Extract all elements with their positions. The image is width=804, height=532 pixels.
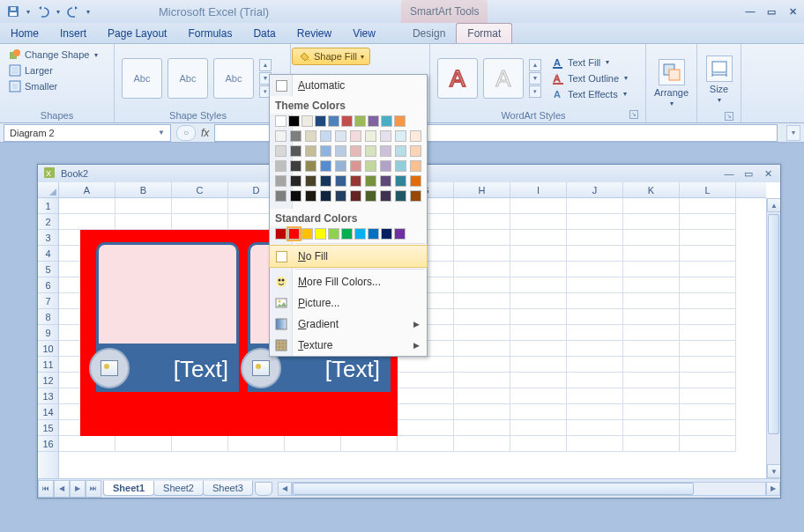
insert-sheet-button[interactable] — [255, 482, 272, 496]
row-header[interactable]: 4 — [38, 246, 58, 262]
no-fill-item[interactable]: No Fill — [270, 246, 427, 267]
color-swatch[interactable] — [335, 130, 346, 142]
undo-dropdown-icon[interactable]: ▾ — [55, 8, 62, 16]
sheet-tab-sheet1[interactable]: Sheet1 — [103, 481, 154, 496]
row-header[interactable]: 14 — [38, 404, 58, 420]
color-swatch[interactable] — [350, 190, 361, 202]
color-swatch[interactable] — [275, 115, 287, 127]
color-swatch[interactable] — [335, 145, 346, 157]
color-swatch[interactable] — [354, 115, 366, 127]
redo-dropdown-icon[interactable]: ▾ — [85, 8, 92, 16]
color-swatch[interactable] — [381, 228, 392, 240]
sheet-nav-last-icon[interactable]: ⏭ — [86, 480, 101, 498]
color-swatch[interactable] — [290, 190, 302, 202]
color-swatch[interactable] — [410, 160, 421, 172]
color-swatch[interactable] — [350, 145, 361, 157]
gallery-up-icon[interactable]: ▲ — [259, 59, 272, 71]
scroll-thumb[interactable] — [293, 483, 694, 495]
shape-fill-button[interactable]: Shape Fill ▾ — [292, 48, 370, 65]
column-header[interactable]: L — [680, 182, 736, 197]
save-icon[interactable] — [5, 4, 21, 19]
more-fill-colors-item[interactable]: More Fill Colors... — [270, 271, 427, 292]
picture-fill-item[interactable]: Picture... — [270, 292, 427, 314]
tab-design[interactable]: Design — [402, 24, 456, 43]
scroll-up-icon[interactable]: ▲ — [767, 198, 780, 212]
color-swatch[interactable] — [354, 228, 366, 240]
row-header[interactable]: 5 — [38, 262, 58, 277]
color-swatch[interactable] — [288, 115, 300, 127]
color-swatch[interactable] — [341, 228, 353, 240]
sheet-tab-sheet2[interactable]: Sheet2 — [153, 481, 204, 496]
color-swatch[interactable] — [290, 160, 302, 172]
tab-view[interactable]: View — [342, 24, 386, 43]
gradient-fill-item[interactable]: Gradient ▶ — [270, 314, 427, 335]
scroll-down-icon[interactable]: ▼ — [767, 464, 780, 478]
gallery-up-icon[interactable]: ▲ — [529, 59, 541, 71]
tab-page-layout[interactable]: Page Layout — [97, 24, 177, 43]
close-button[interactable]: ✕ — [785, 4, 800, 19]
larger-button[interactable]: Larger — [7, 63, 55, 78]
tab-format[interactable]: Format — [456, 23, 512, 43]
color-swatch[interactable] — [368, 115, 379, 127]
row-header[interactable]: 8 — [38, 309, 58, 325]
color-swatch[interactable] — [320, 175, 331, 187]
tab-data[interactable]: Data — [242, 24, 286, 43]
row-header[interactable]: 1 — [38, 198, 58, 214]
size-launcher-icon[interactable]: ↘ — [725, 112, 733, 121]
smartart-picture-placeholder[interactable] — [96, 242, 239, 346]
color-swatch[interactable] — [365, 160, 376, 172]
color-swatch[interactable] — [305, 160, 316, 172]
book-restore-button[interactable]: ▭ — [741, 167, 756, 180]
color-swatch[interactable] — [290, 175, 302, 187]
sheet-tab-sheet3[interactable]: Sheet3 — [203, 481, 253, 496]
text-effects-button[interactable]: AText Effects▾ — [550, 87, 629, 101]
fx-circle-icon[interactable]: ○ — [176, 125, 196, 141]
column-header[interactable]: B — [115, 182, 172, 197]
color-swatch[interactable] — [350, 175, 361, 187]
color-swatch[interactable] — [365, 130, 376, 142]
color-swatch[interactable] — [275, 160, 287, 172]
qat-dropdown-icon[interactable]: ▾ — [25, 8, 32, 16]
color-swatch[interactable] — [410, 175, 421, 187]
size-button[interactable]: Size ▾ — [704, 55, 733, 104]
shape-style-thumb[interactable]: Abc — [213, 58, 254, 99]
column-header[interactable]: J — [567, 182, 623, 197]
gallery-more-icon[interactable]: ▾ — [529, 85, 541, 98]
column-header[interactable]: I — [510, 182, 567, 197]
row-header[interactable]: 10 — [38, 341, 58, 357]
color-swatch[interactable] — [395, 130, 406, 142]
color-swatch[interactable] — [302, 228, 313, 240]
smartart-picture-icon[interactable] — [89, 348, 130, 388]
tab-insert[interactable]: Insert — [49, 24, 97, 43]
color-swatch[interactable] — [380, 175, 391, 187]
minimize-button[interactable]: — — [742, 4, 758, 19]
sheet-nav-first-icon[interactable]: ⏮ — [38, 480, 54, 498]
redo-icon[interactable] — [65, 4, 81, 19]
scroll-track[interactable] — [292, 482, 766, 496]
row-header[interactable]: 11 — [38, 357, 58, 373]
color-swatch[interactable] — [365, 190, 376, 202]
color-swatch[interactable] — [380, 130, 391, 142]
vertical-scrollbar[interactable]: ▲ ▼ — [766, 198, 780, 478]
name-box[interactable]: Diagram 2 ▼ — [4, 124, 171, 142]
color-swatch[interactable] — [305, 130, 316, 142]
color-swatch[interactable] — [315, 115, 326, 127]
row-header[interactable]: 12 — [38, 373, 58, 388]
fx-icon[interactable]: fx — [201, 127, 209, 139]
color-swatch[interactable] — [410, 145, 421, 157]
formula-expand-icon[interactable]: ▾ — [786, 125, 800, 141]
color-swatch[interactable] — [350, 130, 361, 142]
column-header[interactable]: C — [172, 182, 228, 197]
select-all-button[interactable] — [38, 182, 59, 198]
shape-style-thumb[interactable]: Abc — [168, 58, 208, 99]
sheet-nav-prev-icon[interactable]: ◀ — [54, 480, 70, 498]
wordart-launcher-icon[interactable]: ↘ — [629, 110, 638, 119]
color-swatch[interactable] — [275, 130, 287, 142]
restore-button[interactable]: ▭ — [763, 4, 779, 19]
book-close-button[interactable]: ✕ — [761, 167, 775, 180]
color-swatch[interactable] — [320, 130, 331, 142]
color-swatch[interactable] — [288, 228, 300, 240]
shape-style-thumb[interactable]: Abc — [122, 58, 162, 99]
color-swatch[interactable] — [368, 228, 379, 240]
color-swatch[interactable] — [395, 175, 406, 187]
